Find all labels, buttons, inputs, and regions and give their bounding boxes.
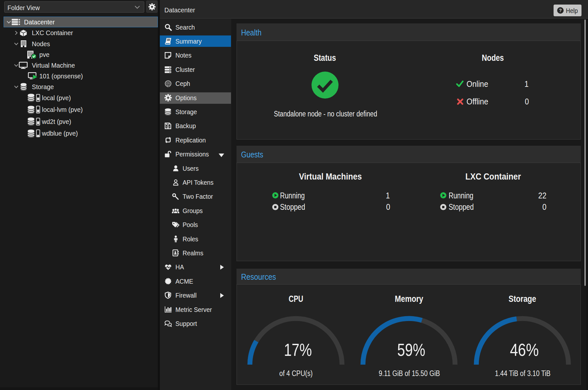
svg-text:?: ? (559, 8, 562, 13)
